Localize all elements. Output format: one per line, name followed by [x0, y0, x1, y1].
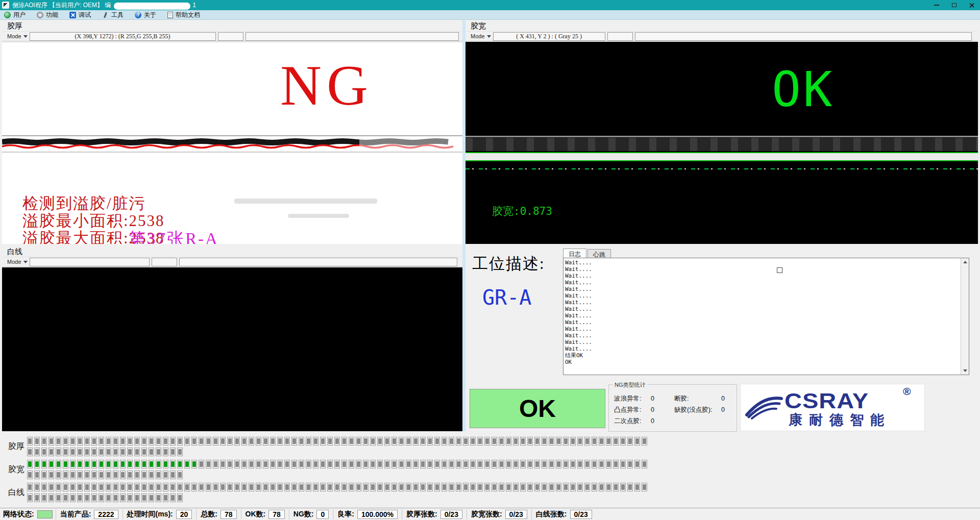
menu-item-help-doc[interactable]: 帮助文档 — [163, 10, 207, 20]
mode-field-wide — [179, 258, 457, 266]
log-scrollbar[interactable] — [961, 258, 969, 375]
progress-cell — [427, 460, 433, 468]
progress-cell — [370, 437, 376, 445]
progress-cell — [513, 460, 519, 468]
status-item: NG数:0 — [289, 509, 333, 519]
progress-cell — [291, 460, 297, 468]
progress-cell-filled — [70, 460, 76, 468]
overall-result-button[interactable]: OK — [470, 389, 605, 428]
progress-cell — [48, 448, 54, 456]
window-title: 侧涂AOI程序 【当前用户: OEM】 编 — [12, 1, 111, 10]
frame-overlay-text: 第37张R-A — [129, 231, 219, 244]
log-line: Wait.... — [565, 286, 960, 292]
progress-cell — [170, 448, 176, 456]
progress-cell — [70, 493, 76, 502]
progress-cell — [577, 483, 583, 491]
progress-cell — [620, 460, 626, 468]
progress-cell — [434, 460, 440, 468]
progress-cell — [34, 493, 40, 502]
progress-cell — [163, 448, 168, 456]
progress-cell — [170, 437, 176, 445]
progress-cell — [99, 471, 104, 479]
status-label: 白线张数: — [536, 510, 567, 519]
minimize-button[interactable] — [928, 0, 945, 10]
progress-cell-filled — [170, 460, 176, 468]
glue-band-white — [465, 152, 978, 161]
menu-item-tools[interactable]: 工具 — [98, 10, 131, 20]
close-button[interactable] — [963, 0, 980, 10]
progress-cell — [270, 460, 276, 468]
progress-cell — [313, 460, 318, 468]
progress-cell — [413, 483, 419, 491]
progress-cell — [149, 437, 154, 445]
status-value: 2222 — [94, 510, 118, 519]
arrow-up-icon — [963, 261, 967, 263]
mode-dropdown[interactable]: Mode — [465, 33, 493, 39]
progress-cell — [291, 437, 297, 445]
tab-心跳[interactable]: 心跳 — [587, 249, 611, 258]
progress-cell-filled — [113, 460, 118, 468]
status-label: OK数: — [246, 510, 266, 519]
progress-cell — [527, 483, 533, 491]
menu-item-label: 功能 — [46, 11, 58, 19]
tab-日志[interactable]: 日志 — [563, 249, 586, 258]
progress-cell — [120, 448, 126, 456]
brand-name: CSRAY — [785, 387, 869, 413]
progress-cell — [549, 437, 554, 445]
progress-cell — [113, 483, 118, 491]
log-line: Wait.... — [565, 345, 960, 352]
menu-item-label: 帮助文档 — [176, 11, 200, 19]
progress-cell — [199, 460, 204, 468]
status-label: NG数: — [293, 510, 314, 519]
progress-cell — [506, 483, 511, 491]
progress-cell-filled — [163, 460, 168, 468]
progress-cell — [563, 437, 569, 445]
progress-cell — [520, 437, 526, 445]
progress-cell-filled — [134, 460, 140, 468]
progress-cell — [370, 460, 376, 468]
progress-cell — [449, 437, 454, 445]
progress-cell — [434, 437, 440, 445]
progress-cell — [477, 437, 483, 445]
scroll-up-button[interactable] — [961, 258, 969, 266]
scroll-down-button[interactable] — [961, 367, 969, 375]
progress-cell — [634, 437, 640, 445]
menu-item-user[interactable]: 用户 — [0, 10, 33, 20]
mode-dropdown[interactable]: Mode — [2, 33, 30, 39]
log-line: Wait.... — [565, 279, 960, 286]
menu-item-debug[interactable]: 调试 — [65, 10, 98, 20]
image-view-white-line[interactable] — [2, 267, 462, 431]
progress-cell — [642, 460, 647, 468]
progress-cell-filled — [77, 460, 83, 468]
progress-cell — [156, 471, 161, 479]
progress-cell — [413, 460, 419, 468]
progress-cell — [63, 483, 68, 491]
progress-section-2: 胶宽 — [0, 460, 980, 481]
status-item: 白线张数:0/23 — [531, 509, 596, 519]
status-item: 处理时间(ms):20 — [122, 509, 197, 519]
mode-dropdown[interactable]: Mode — [2, 259, 30, 265]
progress-cell — [513, 483, 519, 491]
progress-cell — [570, 483, 576, 491]
progress-section-1: 胶厚 — [0, 437, 980, 458]
mode-field-small — [218, 32, 243, 41]
progress-cell — [127, 437, 133, 445]
image-view-glue-width[interactable]: OK 胶宽:0.873 — [465, 42, 978, 244]
status-label: 处理时间(ms): — [127, 510, 173, 519]
status-label: 胶厚张数: — [406, 510, 437, 519]
status-value: 0/23 — [505, 510, 527, 519]
progress-cell — [570, 460, 576, 468]
menu-item-about[interactable]: 关于 — [131, 10, 163, 20]
menu-item-function[interactable]: 功能 — [33, 10, 65, 20]
progress-cell — [406, 437, 411, 445]
maximize-button[interactable] — [945, 0, 963, 10]
log-checkbox[interactable] — [777, 267, 782, 273]
progress-grid-area: 胶厚胶宽白线 — [0, 435, 980, 507]
progress-cell — [556, 483, 561, 491]
image-view-glue-thickness[interactable]: NG 检测到溢胶/脏污 溢胶最小面积:2538 溢胶最大面积:2538 第37张… — [2, 42, 462, 244]
log-line: Wait.... — [565, 266, 960, 273]
progress-cell — [291, 483, 297, 491]
progress-cell — [399, 437, 404, 445]
progress-cell — [84, 483, 90, 491]
mode-field-small — [152, 258, 177, 266]
